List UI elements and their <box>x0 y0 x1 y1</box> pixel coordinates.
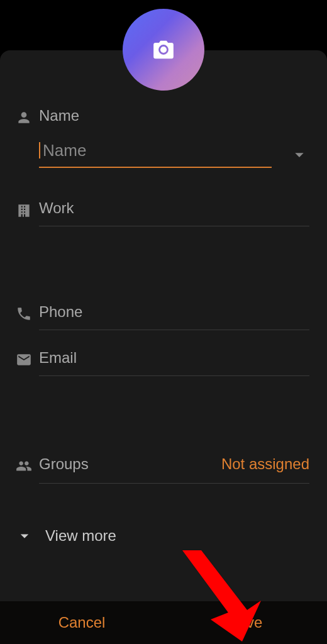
work-label: Work <box>39 199 74 216</box>
name-label: Name <box>39 107 309 125</box>
bottom-bar: Cancel Save <box>0 601 327 644</box>
phone-input[interactable]: Phone <box>39 303 309 330</box>
name-input[interactable]: Name <box>39 141 272 168</box>
chevron-down-icon[interactable] <box>289 145 309 165</box>
cancel-button[interactable]: Cancel <box>0 601 164 644</box>
email-input[interactable]: Email <box>39 349 309 376</box>
work-input[interactable]: Work <box>39 199 309 226</box>
work-section: Work <box>9 199 309 226</box>
email-icon <box>16 352 32 368</box>
camera-icon <box>150 38 177 62</box>
view-more-label: View more <box>45 527 116 545</box>
building-icon <box>16 202 32 218</box>
email-label: Email <box>39 349 77 366</box>
groups-icon <box>16 458 32 474</box>
phone-label: Phone <box>39 303 82 320</box>
chevron-down-icon <box>15 526 34 545</box>
name-placeholder: Name <box>43 141 86 160</box>
name-section: Name Name <box>9 107 309 168</box>
view-more-button[interactable]: View more <box>9 526 309 545</box>
phone-icon <box>16 306 32 322</box>
email-section: Email <box>9 349 309 376</box>
groups-label: Groups <box>39 455 89 473</box>
save-button[interactable]: Save <box>164 601 327 644</box>
groups-section[interactable]: Groups Not assigned <box>9 455 309 484</box>
person-icon <box>16 109 32 126</box>
form-area: Name Name Work <box>0 50 327 601</box>
avatar-photo-button[interactable] <box>123 9 204 91</box>
phone-section: Phone <box>9 303 309 330</box>
groups-value: Not assigned <box>221 455 309 473</box>
